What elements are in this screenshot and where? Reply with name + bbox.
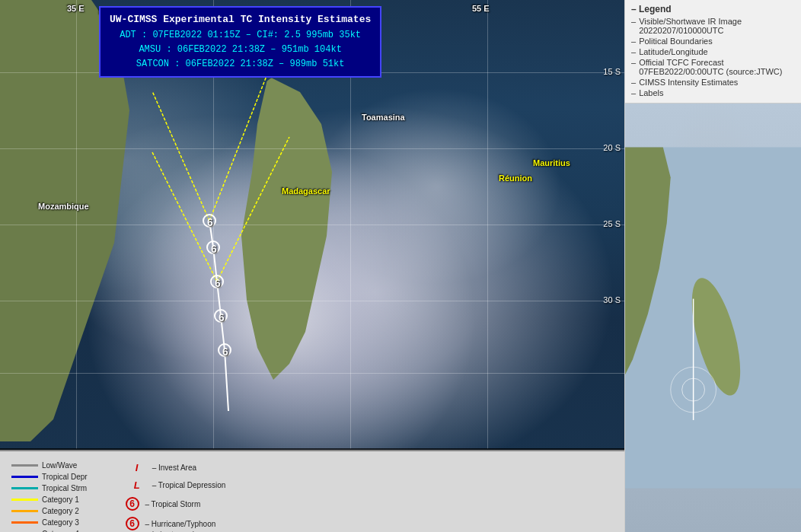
track-sym-2: 6 (214, 310, 229, 325)
td-symbol-label: – Tropical Depression (152, 481, 226, 489)
legend-row-td: Tropical Depr (11, 473, 88, 481)
legend-item-labels-text: Labels (639, 88, 663, 97)
legend-panel: – Legend – Visible/Shortwave IR Image 20… (624, 0, 801, 532)
lat-30s-label: 30 S (603, 295, 621, 304)
hurricane-symbol: 6 (126, 517, 139, 530)
label-cat3: Category 3 (42, 518, 79, 527)
grid-line-h5 (0, 373, 624, 374)
map-preview-thumbnail (625, 104, 801, 532)
legend-item-tcfc-text: Official TCFC Forecast 07FEB2022/00:00UT… (639, 58, 795, 76)
legend-item-boundaries-text: Political Boundaries (639, 37, 713, 46)
amsu-line: AMSU : 06FEB2022 21:38Z – 951mb 104kt (110, 43, 371, 57)
label-ts: Tropical Strm (42, 484, 87, 492)
legend-item-image: – Visible/Shortwave IR Image 20220207/01… (631, 17, 795, 35)
label-cat1: Category 1 (42, 495, 79, 504)
track-sym-1: 6 (218, 344, 233, 359)
grid-line-h3 (0, 225, 624, 225)
legend-track-types: Low/Wave Tropical Depr Tropical Strm Cat… (11, 460, 88, 532)
lat-15s-label: 15 S (603, 67, 621, 76)
legend-row-cat2: Category 2 (11, 507, 88, 515)
track-sym-4: 6 (206, 241, 222, 256)
color-cat2 (11, 510, 38, 512)
legend-row-cat3: Category 3 (11, 518, 88, 527)
legend-item-tcfc: – Official TCFC Forecast 07FEB2022/00:00… (631, 58, 795, 76)
preview-svg (625, 104, 801, 532)
lat-20s-label: 20 S (603, 143, 621, 152)
legend-item-cimss: – CIMSS Intensity Estimates (631, 78, 795, 87)
legend-row-cat1: Category 1 (11, 495, 88, 504)
legend-sym-td: L – Tropical Depression (126, 479, 226, 491)
info-title: UW-CIMSS Experimental TC Intensity Estim… (110, 12, 371, 28)
ts-symbol-label: – Tropical Storm (143, 500, 201, 508)
grid-line-h2 (0, 148, 624, 149)
adt-line: ADT : 07FEB2022 01:15Z – CI#: 2.5 995mb … (110, 28, 371, 43)
grid-line-v4 (487, 0, 488, 449)
color-low (11, 464, 38, 467)
grid-line-v1 (76, 0, 77, 449)
intensity-info-box: UW-CIMSS Experimental TC Intensity Estim… (99, 6, 381, 78)
label-cat2: Category 2 (42, 507, 79, 515)
color-cat3 (11, 521, 38, 524)
legend-item-latlon-text: Latitude/Longitude (639, 47, 708, 56)
legend-title: – Legend (631, 4, 795, 14)
legend-row-low: Low/Wave (11, 461, 88, 470)
map-panel: UW-CIMSS Experimental TC Intensity Estim… (0, 0, 624, 532)
legend-item-cimss-text: CIMSS Intensity Estimates (639, 78, 738, 87)
track-sym-3: 6 (210, 276, 225, 291)
map-preview-image (625, 104, 801, 532)
hurricane-symbol-label: – Hurricane/Typhoon (143, 520, 216, 528)
legend-row-ts: Tropical Strm (11, 484, 88, 492)
color-ts (11, 487, 38, 489)
bottom-legend-strip: Low/Wave Tropical Depr Tropical Strm Cat… (0, 450, 624, 532)
satcon-line: SATCON : 06FEB2022 21:38Z – 989mb 51kt (110, 57, 371, 72)
grid-line-h4 (0, 301, 624, 301)
ts-symbol: 6 (126, 497, 139, 511)
legend-item-labels: – Labels (631, 88, 795, 97)
legend-top-section: – Legend – Visible/Shortwave IR Image 20… (625, 0, 801, 104)
lat-25s-label: 25 S (603, 219, 621, 228)
main-container: UW-CIMSS Experimental TC Intensity Estim… (0, 0, 801, 532)
color-td (11, 476, 38, 478)
color-cat1 (11, 499, 38, 501)
label-td: Tropical Depr (42, 473, 88, 481)
invest-label: – Invest Area (152, 464, 196, 472)
legend-item-boundaries: – Political Boundaries (631, 37, 795, 46)
label-low: Low/Wave (42, 461, 77, 470)
legend-item-latlon: – Latitude/Longitude (631, 47, 795, 56)
legend-sym-hur: 6 – Hurricane/Typhoon (w/ category) (126, 517, 226, 532)
track-sym-5: 6 (203, 215, 218, 230)
legend-sym-invest: I – Invest Area (126, 462, 226, 473)
invest-symbol: I (126, 462, 148, 473)
legend-sym-ts: 6 – Tropical Storm (126, 497, 226, 511)
td-symbol: L (126, 479, 148, 491)
legend-symbols: I – Invest Area L – Tropical Depression … (126, 460, 226, 532)
legend-item-image-text: Visible/Shortwave IR Image 20220207/0100… (639, 17, 795, 35)
